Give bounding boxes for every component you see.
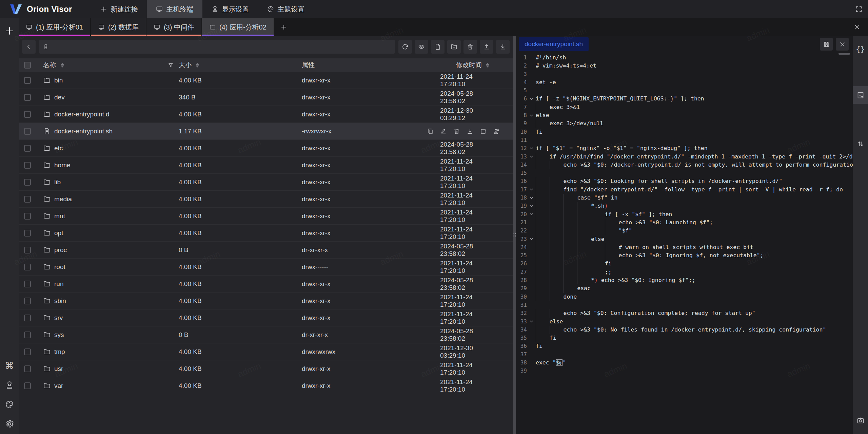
row-checkbox[interactable] bbox=[24, 94, 31, 101]
edit-icon[interactable] bbox=[440, 127, 447, 135]
table-row[interactable]: bin4.00 KBdrwxr-xr-x2021-11-24 17:20:10 bbox=[19, 72, 513, 89]
row-filename[interactable]: run bbox=[54, 280, 63, 288]
row-checkbox[interactable] bbox=[24, 264, 31, 270]
table-row[interactable]: home4.00 KBdrwxr-xr-x2021-11-24 17:20:10 bbox=[19, 157, 513, 174]
row-filename[interactable]: home bbox=[54, 162, 71, 169]
fold-toggle-icon[interactable] bbox=[527, 153, 536, 161]
panel-resize-handle[interactable] bbox=[513, 36, 516, 434]
close-editor-button[interactable] bbox=[836, 38, 849, 51]
tab-middleware[interactable]: (3) 中间件 bbox=[146, 18, 201, 36]
close-panel-button[interactable] bbox=[850, 20, 864, 34]
table-row[interactable]: lib4.00 KBdrwxr-xr-x2021-11-24 17:20:10 bbox=[19, 174, 513, 191]
permission-icon[interactable] bbox=[493, 127, 500, 135]
menu-host-terminal[interactable]: 主机终端 bbox=[147, 0, 202, 18]
table-row[interactable]: run4.00 KBdrwxr-xr-x2024-05-28 23:58:02 bbox=[19, 276, 513, 293]
code-editor[interactable]: 1#!/bin/sh2# vim:sw=4:ts=4:et34set -e56i… bbox=[516, 52, 853, 434]
row-checkbox[interactable] bbox=[24, 111, 31, 118]
row-checkbox[interactable] bbox=[24, 179, 31, 186]
fold-toggle-icon[interactable] bbox=[527, 318, 536, 326]
row-filename[interactable]: usr bbox=[54, 365, 63, 373]
toggle-hidden-files-button[interactable] bbox=[415, 40, 428, 54]
table-row[interactable]: docker-entrypoint.d4.00 KBdrwxr-xr-x2021… bbox=[19, 106, 513, 123]
row-checkbox[interactable] bbox=[24, 162, 31, 169]
menu-theme-settings[interactable]: 主题设置 bbox=[258, 0, 314, 18]
sidebar-shortcut-button[interactable]: ⌘ bbox=[5, 361, 14, 371]
row-filename[interactable]: lib bbox=[54, 178, 61, 186]
row-filename[interactable]: opt bbox=[54, 229, 63, 237]
fullscreen-button[interactable] bbox=[850, 0, 868, 18]
row-filename[interactable]: mnt bbox=[54, 212, 65, 220]
path-input-box[interactable] bbox=[39, 40, 395, 54]
row-checkbox[interactable] bbox=[24, 365, 31, 372]
fold-toggle-icon[interactable] bbox=[527, 210, 536, 219]
row-filename[interactable]: dev bbox=[54, 94, 65, 101]
delete-icon[interactable] bbox=[453, 127, 460, 135]
fold-toggle-icon[interactable] bbox=[527, 194, 536, 202]
table-row[interactable]: tmp4.00 KBdrwxrwxrwx2021-12-30 03:29:10 bbox=[19, 343, 513, 360]
fold-toggle-icon[interactable] bbox=[527, 144, 536, 152]
upload-button[interactable] bbox=[480, 40, 493, 54]
row-checkbox[interactable] bbox=[24, 196, 31, 203]
table-row[interactable]: docker-entrypoint.sh1.17 KB-rwxrwxr-x bbox=[19, 123, 513, 140]
row-checkbox[interactable] bbox=[24, 332, 31, 338]
row-filename[interactable]: etc bbox=[54, 145, 63, 152]
row-filename[interactable]: sbin bbox=[54, 297, 66, 305]
open-file-tab[interactable]: docker-entrypoint.sh bbox=[519, 37, 589, 51]
tab-database[interactable]: (2) 数据库 bbox=[91, 18, 146, 36]
row-checkbox[interactable] bbox=[24, 247, 31, 253]
menu-display-settings[interactable]: 显示设置 bbox=[202, 0, 258, 18]
delete-button[interactable] bbox=[463, 40, 477, 54]
row-filename[interactable]: tmp bbox=[54, 348, 65, 356]
table-row[interactable]: sbin4.00 KBdrwxr-xr-x2021-11-24 17:20:10 bbox=[19, 293, 513, 309]
row-checkbox[interactable] bbox=[24, 230, 31, 237]
row-checkbox[interactable] bbox=[24, 315, 31, 321]
table-row[interactable]: media4.00 KBdrwxr-xr-x2021-11-24 17:20:1… bbox=[19, 191, 513, 208]
fold-toggle-icon[interactable] bbox=[527, 95, 536, 103]
sort-view-button[interactable] bbox=[853, 135, 868, 153]
row-checkbox[interactable] bbox=[24, 77, 31, 84]
sidebar-display-settings-button[interactable] bbox=[5, 380, 14, 390]
row-checkbox[interactable] bbox=[24, 213, 31, 220]
sort-mtime[interactable] bbox=[486, 63, 489, 68]
sort-name[interactable] bbox=[61, 63, 64, 68]
table-row[interactable]: sys0 Bdr-xr-xr-x2024-05-28 23:58:02 bbox=[19, 326, 513, 343]
table-row[interactable]: opt4.00 KBdrwxr-xr-x2021-11-24 17:20:10 bbox=[19, 225, 513, 242]
table-row[interactable]: mnt4.00 KBdrwxr-xr-x2021-11-24 17:20:10 bbox=[19, 208, 513, 225]
sidebar-theme-button[interactable] bbox=[5, 400, 14, 409]
row-filename[interactable]: bin bbox=[54, 77, 63, 84]
new-file-button[interactable] bbox=[431, 40, 445, 54]
table-row[interactable]: var4.00 KBdrwxr-xr-x2021-11-24 17:20:10 bbox=[19, 377, 513, 394]
fold-toggle-icon[interactable] bbox=[527, 186, 536, 194]
download-icon[interactable] bbox=[466, 127, 474, 135]
row-filename[interactable]: sys bbox=[54, 331, 64, 339]
add-tab-button[interactable] bbox=[274, 18, 293, 36]
row-filename[interactable]: var bbox=[54, 382, 63, 390]
table-row[interactable]: dev340 Bdrwxr-xr-x2024-05-28 23:58:02 bbox=[19, 89, 513, 106]
tab-app-analysis-01[interactable]: (1) 应用-分析01 bbox=[19, 18, 90, 36]
table-row[interactable]: usr4.00 KBdrwxr-xr-x2021-11-24 17:20:10 bbox=[19, 360, 513, 377]
filter-button[interactable] bbox=[167, 62, 174, 69]
row-checkbox[interactable] bbox=[24, 281, 31, 287]
editor-scrollbar[interactable] bbox=[839, 53, 850, 55]
row-filename[interactable]: srv bbox=[54, 314, 63, 322]
row-filename[interactable]: media bbox=[54, 195, 72, 203]
fold-toggle-icon[interactable] bbox=[527, 235, 536, 243]
row-filename[interactable]: docker-entrypoint.sh bbox=[54, 128, 113, 135]
row-filename[interactable]: docker-entrypoint.d bbox=[54, 111, 110, 118]
tab-app-analysis-02[interactable]: (4) 应用-分析02 bbox=[202, 18, 274, 36]
select-all-checkbox[interactable] bbox=[24, 62, 31, 69]
row-checkbox[interactable] bbox=[24, 348, 31, 355]
path-input[interactable] bbox=[52, 43, 391, 51]
new-folder-button[interactable] bbox=[447, 40, 461, 54]
row-checkbox[interactable] bbox=[24, 145, 31, 152]
file-editor-view-button[interactable] bbox=[853, 86, 868, 104]
fold-toggle-icon[interactable] bbox=[527, 111, 536, 119]
row-filename[interactable]: proc bbox=[54, 246, 67, 254]
refresh-button[interactable] bbox=[398, 40, 412, 54]
row-checkbox[interactable] bbox=[24, 298, 31, 304]
move-icon[interactable] bbox=[479, 127, 487, 135]
menu-new-connection[interactable]: 新建连接 bbox=[91, 0, 147, 18]
sidebar-settings-button[interactable] bbox=[5, 419, 14, 429]
sort-size[interactable] bbox=[196, 63, 199, 68]
copy-icon[interactable] bbox=[427, 127, 434, 135]
